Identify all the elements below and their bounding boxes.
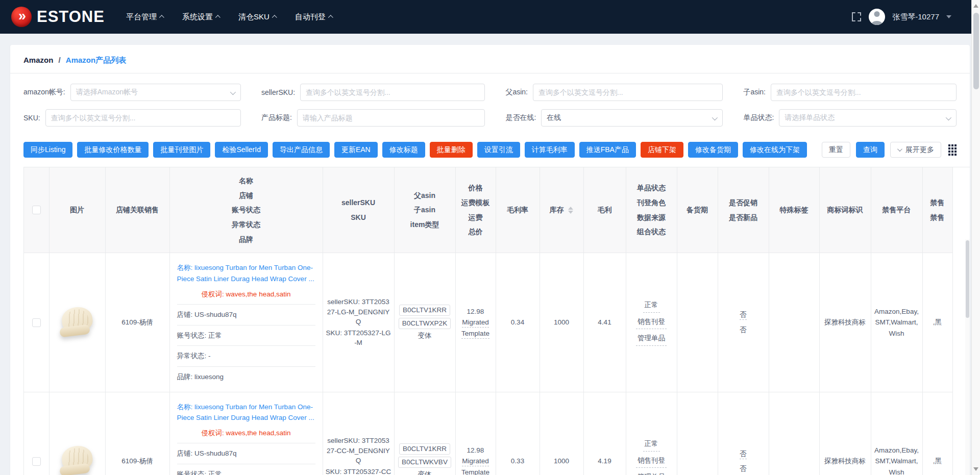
edit-lead-time-button[interactable]: 修改备货期 xyxy=(688,142,738,158)
sync-listing-button[interactable]: 同步Listing xyxy=(23,142,72,158)
listing-role[interactable]: 销售刊登 xyxy=(636,455,667,468)
brand-logo: » ESTONE xyxy=(11,7,105,27)
calc-margin-button[interactable]: 计算毛利率 xyxy=(525,142,575,158)
menu-item-clearance-sku[interactable]: 清仓SKU xyxy=(238,12,277,22)
shop-line: 店铺: US-shudu87q xyxy=(177,448,315,459)
set-online-to-delist-button[interactable]: 修改在线为下架 xyxy=(743,142,807,158)
verify-sellerid-button[interactable]: 检验SellerId xyxy=(215,142,267,158)
product-title-link[interactable]: 名称: lixuesong Turban for Men Turban One-… xyxy=(177,262,315,284)
abnormal-status-line: 异常状态: - xyxy=(177,351,315,362)
freight-template[interactable]: Migrated Template xyxy=(461,318,489,339)
child-asin-tag[interactable]: B0CLTWXP2K xyxy=(399,318,451,329)
scroll-down-arrow-icon[interactable] xyxy=(973,467,978,471)
edit-title-button[interactable]: 修改标题 xyxy=(382,142,425,158)
brand-name: ESTONE xyxy=(37,8,105,26)
product-table: 图片 店铺关联销售 名称店铺 账号状态异常状态 品牌 sellerSKUSKU … xyxy=(24,167,953,475)
item-status-select[interactable]: 请选择单品状态 xyxy=(779,109,957,127)
divider xyxy=(177,325,315,326)
filter-child-asin: 子asin: xyxy=(743,84,957,101)
chevron-down-icon xyxy=(230,89,236,95)
filter-label: amazon帐号: xyxy=(23,88,65,97)
window-scrollbar[interactable] xyxy=(971,0,980,475)
row-checkbox[interactable] xyxy=(32,457,41,466)
product-table-wrap: 图片 店铺关联销售 名称店铺 账号状态异常状态 品牌 sellerSKUSKU … xyxy=(23,167,970,475)
menu-item-platform[interactable]: 平台管理 xyxy=(126,12,164,22)
sku-input[interactable] xyxy=(45,109,241,127)
parent-asin-tag[interactable]: B0CLTV1KRR xyxy=(399,443,450,455)
fullscreen-icon[interactable] xyxy=(851,12,862,22)
chevron-up-icon xyxy=(328,15,333,20)
content-card: Amazon / Amazon产品列表 amazon帐号: 请选择Amazon帐… xyxy=(10,45,970,475)
item-status[interactable]: 正常 xyxy=(643,299,660,313)
table-row: 6109-杨倩 名称: lixuesong Turban for Men Tur… xyxy=(24,253,952,392)
push-fba-button[interactable]: 推送FBA产品 xyxy=(579,142,636,158)
row-checkbox[interactable] xyxy=(32,318,41,327)
store-delist-button[interactable]: 店铺下架 xyxy=(641,142,683,158)
profit-cell: 4.41 xyxy=(583,253,626,392)
set-traffic-button[interactable]: 设置引流 xyxy=(477,142,520,158)
header-trademark: 商标词标识 xyxy=(819,167,871,253)
is-online-select[interactable]: 在线 xyxy=(541,109,723,127)
batch-publish-image-button[interactable]: 批量刊登图片 xyxy=(153,142,210,158)
sku-value: SKU: 3TT205327-CC-M xyxy=(326,467,391,475)
sku-value: SKU: 3TT205327-LG-M xyxy=(326,328,391,348)
username[interactable]: 张雪琴-10277 xyxy=(892,12,939,22)
menu-item-label: 系统设置 xyxy=(182,12,213,22)
batch-delete-button[interactable]: 批量删除 xyxy=(430,142,473,158)
header-image: 图片 xyxy=(49,167,105,253)
store-sales-cell: 6109-杨倩 xyxy=(105,392,169,475)
search-button[interactable]: 查询 xyxy=(856,142,885,158)
top-navbar: » ESTONE 平台管理 系统设置 清仓SKU 自动刊登 张雪琴-10277 xyxy=(0,0,980,34)
user-avatar[interactable] xyxy=(869,9,885,25)
menu-item-auto-listing[interactable]: 自动刊登 xyxy=(295,12,333,22)
is-promo[interactable]: 否 xyxy=(740,450,747,459)
margin-rate-cell: 0.33 xyxy=(496,392,540,475)
amazon-account-select[interactable]: 请选择Amazon帐号 xyxy=(70,84,241,101)
select-all-checkbox[interactable] xyxy=(32,206,41,214)
seller-sku-input[interactable] xyxy=(300,84,485,101)
column-settings-icon[interactable] xyxy=(948,144,957,156)
sort-icon[interactable] xyxy=(568,207,573,214)
seller-sku-cell: sellerSKU: 3TT205327-LG-M_DENGNIYQ SKU: … xyxy=(323,253,394,392)
header-stock[interactable]: 库存 xyxy=(540,167,583,253)
listing-role[interactable]: 销售刊登 xyxy=(636,316,667,330)
parent-asin-tag[interactable]: B0CLTV1KRR xyxy=(399,305,450,316)
reset-button[interactable]: 重置 xyxy=(822,142,850,158)
chevron-down-icon[interactable] xyxy=(946,15,951,18)
scroll-up-arrow-icon[interactable] xyxy=(973,4,978,8)
table-scrollbar-thumb[interactable] xyxy=(966,240,969,318)
parent-asin-input[interactable] xyxy=(533,84,723,101)
manage-item[interactable]: 管理单品 xyxy=(636,332,667,346)
shop-line: 店铺: US-shudu87q xyxy=(177,309,315,320)
child-asin-input[interactable] xyxy=(771,84,957,101)
trademark-cell: 探雅科技商标 xyxy=(819,253,871,392)
ban-platform-cell: Amazon,Ebay,SMT,Walmart,Wish xyxy=(871,253,922,392)
product-image[interactable] xyxy=(58,307,96,338)
filter-label: 产品标题: xyxy=(261,113,292,122)
brand-line: 品牌: lixuesong xyxy=(177,371,315,383)
item-status[interactable]: 正常 xyxy=(643,438,660,452)
filter-product-title: 产品标题: xyxy=(261,109,485,127)
batch-edit-price-qty-button[interactable]: 批量修改价格数量 xyxy=(77,142,149,158)
export-product-info-button[interactable]: 导出产品信息 xyxy=(273,142,330,158)
product-title-link[interactable]: 名称: lixuesong Turban for Men Turban One-… xyxy=(177,402,315,423)
product-image[interactable] xyxy=(58,446,96,475)
child-asin-tag[interactable]: B0CLTWKVBV xyxy=(398,457,451,468)
breadcrumb-current[interactable]: Amazon产品列表 xyxy=(66,56,126,64)
expand-more-button[interactable]: 展开更多 xyxy=(890,142,941,158)
infringing-words: 侵权词: waves,the head,satin xyxy=(177,289,315,300)
manage-item[interactable]: 管理单品 xyxy=(636,471,667,475)
freight-template[interactable]: Migrated Template xyxy=(461,457,489,475)
is-promo[interactable]: 否 xyxy=(740,311,747,320)
product-title-input[interactable] xyxy=(297,109,485,127)
filter-label: sellerSKU: xyxy=(261,88,295,96)
price-cell: 12.98 Migrated Template xyxy=(455,392,496,475)
margin-rate-cell: 0.34 xyxy=(496,253,540,392)
account-status-line: 账号状态: 正常 xyxy=(177,469,315,475)
menu-item-system[interactable]: 系统设置 xyxy=(182,12,220,22)
window-scrollbar-thumb[interactable] xyxy=(973,13,979,89)
update-ean-button[interactable]: 更新EAN xyxy=(334,142,378,158)
header-status-block: 单品状态刊登角色 数据来源组合状态 xyxy=(626,167,677,253)
chevron-up-icon xyxy=(272,15,277,20)
table-scrollbar[interactable] xyxy=(965,239,970,475)
